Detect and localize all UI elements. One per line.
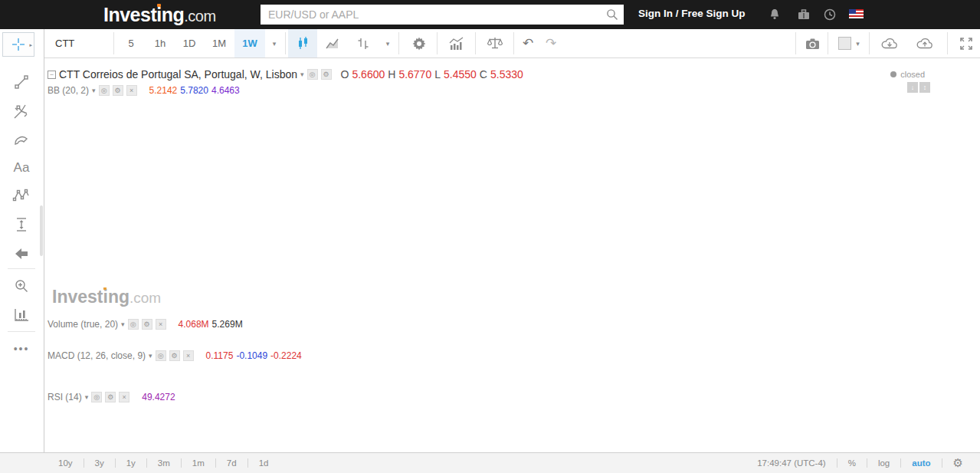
settings-button[interactable]: [403, 29, 435, 57]
legend-settings-icon[interactable]: ⚙: [169, 350, 180, 361]
arc-tool[interactable]: [6, 127, 37, 153]
recent-clock-icon[interactable]: [821, 7, 838, 22]
auto-scale-button[interactable]: auto: [901, 458, 941, 468]
legend-eye-icon[interactable]: ◎: [99, 85, 110, 96]
projection-icon: [14, 216, 29, 233]
interval-dropdown[interactable]: ▾: [265, 29, 284, 57]
sign-in-link[interactable]: Sign In / Free Sign Up: [638, 8, 746, 19]
legend-close-icon[interactable]: ×: [183, 350, 194, 361]
more-tools-button[interactable]: •••: [6, 336, 37, 362]
text-tool[interactable]: Aa: [6, 155, 37, 181]
bb-label[interactable]: BB (20, 2): [48, 85, 89, 96]
cloud-upload-icon: [916, 36, 934, 51]
snapshot-button[interactable]: [798, 29, 826, 57]
interval-1m[interactable]: 1M: [204, 29, 234, 57]
ellipsis-icon: •••: [14, 343, 30, 355]
layout-selector[interactable]: ▾: [831, 29, 867, 57]
undo-button[interactable]: ↶: [516, 29, 539, 57]
volume-label[interactable]: Volume (true, 20): [48, 319, 118, 330]
chevron-down-icon[interactable]: ▾: [85, 393, 89, 401]
macd-line-value: -0.1049: [236, 350, 267, 361]
sidebar-scrollbar[interactable]: [40, 205, 43, 256]
watermark-text: Investing: [52, 287, 129, 307]
scale-price-button[interactable]: ↕: [919, 82, 930, 93]
compare-symbol-button[interactable]: [478, 29, 512, 57]
bottom-settings-gear-icon[interactable]: ⚙: [942, 456, 974, 470]
legend-close-icon[interactable]: ×: [119, 392, 129, 402]
chevron-down-icon[interactable]: ▾: [300, 71, 304, 78]
style-dropdown[interactable]: ▾: [379, 29, 397, 57]
interval-1w-active[interactable]: 1W: [234, 29, 265, 57]
volume-legend: Volume (true, 20) ▾ ◎ ⚙ × 4.068M 5.269M: [48, 319, 243, 330]
chevron-down-icon[interactable]: ▾: [149, 352, 152, 360]
forecast-tool[interactable]: [6, 212, 37, 238]
percent-scale-button[interactable]: %: [837, 458, 867, 468]
load-chart-button[interactable]: [872, 29, 907, 57]
chevron-down-icon[interactable]: ▾: [92, 87, 96, 94]
interval-1d[interactable]: 1D: [175, 29, 204, 57]
zoom-in-tool[interactable]: [6, 273, 37, 299]
legend-settings-icon[interactable]: ⚙: [142, 319, 152, 330]
language-us-flag-icon[interactable]: [849, 9, 864, 18]
back-arrow-icon: [14, 247, 29, 261]
portfolio-briefcase-icon[interactable]: [795, 7, 812, 22]
legend-close-icon[interactable]: ×: [126, 85, 137, 96]
investing-logo[interactable]: Investing.com: [103, 4, 216, 26]
legend-eye-icon[interactable]: ◎: [307, 69, 318, 80]
macd-label[interactable]: MACD (12, 26, close, 9): [48, 350, 146, 361]
legend-eye-icon[interactable]: ◎: [128, 319, 139, 330]
pattern-tool[interactable]: [6, 182, 37, 209]
legend-eye-icon[interactable]: ◎: [156, 350, 166, 361]
xabcd-pattern-icon: [12, 187, 31, 204]
legend-settings-icon[interactable]: ⚙: [105, 392, 116, 402]
legend-close-icon[interactable]: ×: [156, 319, 166, 330]
range-3y-button[interactable]: 3y: [84, 458, 115, 468]
notifications-bell-icon[interactable]: [766, 7, 783, 22]
compare-styles-button[interactable]: [348, 29, 379, 57]
redo-button[interactable]: ↷: [539, 29, 562, 57]
indicators-button[interactable]: [440, 29, 474, 57]
range-1d-button[interactable]: 1d: [248, 458, 280, 468]
scroll-price-down-button[interactable]: ↓: [907, 82, 918, 93]
chart-toolbar: CTT 5 1h 1D 1M 1W ▾: [44, 29, 980, 58]
chevron-down-icon[interactable]: ▾: [121, 320, 125, 328]
fullscreen-button[interactable]: [953, 29, 979, 57]
macd-legend: MACD (12, 26, close, 9) ▾ ◎ ⚙ × 0.1175 -…: [48, 350, 302, 361]
symbol-input[interactable]: CTT: [48, 29, 112, 57]
rsi-label[interactable]: RSI (14): [48, 392, 82, 402]
range-3m-button[interactable]: 3m: [147, 458, 181, 468]
indicators-icon: [448, 37, 465, 51]
range-10y-button[interactable]: 10y: [48, 458, 84, 468]
interval-5m[interactable]: 5: [116, 29, 146, 57]
chart-type-line-button[interactable]: [317, 29, 348, 57]
legend-eye-icon[interactable]: ◎: [91, 392, 102, 402]
log-scale-button[interactable]: log: [867, 458, 900, 468]
bar-style-icon: [356, 37, 370, 51]
layout-square-icon: [838, 37, 851, 50]
volume-current-value: 4.068M: [179, 319, 209, 330]
crosshair-tool-selected[interactable]: ▸: [2, 32, 34, 57]
save-chart-button[interactable]: [907, 29, 942, 57]
range-1y-button[interactable]: 1y: [116, 458, 146, 468]
range-7d-button[interactable]: 7d: [216, 458, 247, 468]
legend-settings-icon[interactable]: ⚙: [321, 69, 332, 80]
legend-settings-icon[interactable]: ⚙: [113, 85, 123, 96]
investing-chart-app: Investing.com Investing.com Sign In / Fr…: [0, 0, 980, 473]
interval-1h[interactable]: 1h: [146, 29, 175, 57]
ohlc-open-label: O: [341, 68, 349, 80]
measure-tool[interactable]: [6, 302, 37, 328]
measure-ruler-icon: [13, 307, 30, 323]
chart-title[interactable]: CTT Correios de Portugal SA, Portugal, W…: [59, 68, 297, 80]
chart-type-candles-button[interactable]: [288, 29, 317, 57]
collapse-legend-icon[interactable]: −: [48, 71, 56, 79]
search-input[interactable]: [261, 5, 624, 25]
rsi-legend: RSI (14) ▾ ◎ ⚙ × 49.4272: [48, 392, 175, 402]
search-icon[interactable]: [605, 8, 619, 21]
hide-drawings-button[interactable]: [6, 241, 37, 267]
rsi-value: 49.4272: [142, 392, 175, 402]
fullscreen-expand-icon: [959, 37, 973, 51]
trend-line-tool[interactable]: [6, 69, 37, 95]
market-status: closed: [890, 70, 925, 79]
range-1m-button[interactable]: 1m: [182, 458, 215, 468]
pitchfork-tool[interactable]: [6, 98, 37, 124]
